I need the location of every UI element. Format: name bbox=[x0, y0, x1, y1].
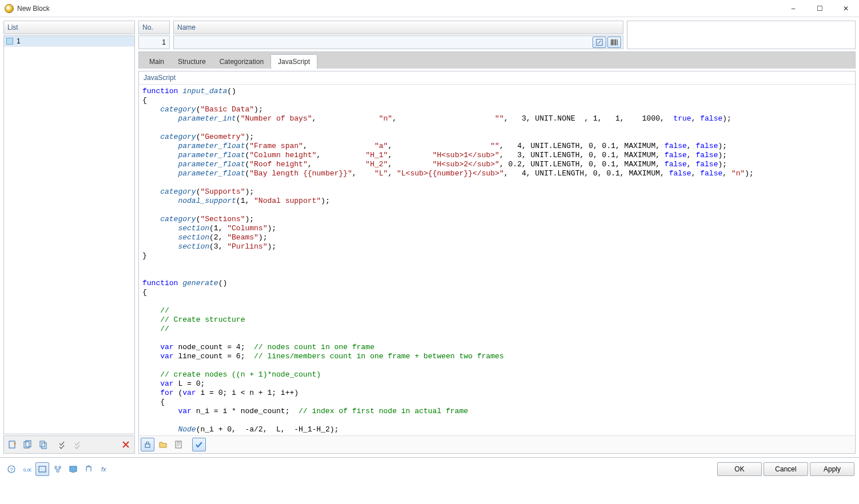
tree-button[interactable] bbox=[51, 462, 65, 476]
titlebar: New Block – ☐ ✕ bbox=[0, 0, 859, 17]
app-icon bbox=[5, 4, 14, 13]
close-button[interactable]: ✕ bbox=[833, 0, 859, 17]
validate-button[interactable] bbox=[192, 438, 206, 451]
list-row-label: 1 bbox=[17, 37, 21, 45]
bottom-bar: ? 0,00 fx OK Cancel Apply bbox=[0, 457, 859, 480]
open-file-button[interactable] bbox=[156, 438, 170, 451]
save-file-button[interactable] bbox=[172, 438, 185, 451]
svg-rect-6 bbox=[145, 444, 150, 447]
svg-rect-13 bbox=[71, 472, 75, 473]
check-all-button[interactable] bbox=[56, 438, 70, 451]
minimize-button[interactable]: – bbox=[780, 0, 806, 17]
list-row-color-icon bbox=[6, 38, 13, 45]
window-title: New Block bbox=[17, 5, 780, 13]
view-button[interactable] bbox=[35, 462, 49, 476]
help-button[interactable]: ? bbox=[5, 462, 18, 476]
tab-main[interactable]: Main bbox=[142, 55, 171, 69]
lock-button[interactable] bbox=[141, 438, 154, 451]
code-editor[interactable]: function input_data() { category("Basic … bbox=[139, 85, 855, 435]
tab-structure[interactable]: Structure bbox=[171, 55, 213, 69]
tab-javascript[interactable]: JavaScript bbox=[271, 54, 317, 69]
svg-rect-12 bbox=[70, 466, 77, 471]
editor-subheading: JavaScript bbox=[139, 71, 855, 85]
cancel-button[interactable]: Cancel bbox=[763, 462, 808, 476]
new-button[interactable] bbox=[6, 438, 19, 451]
name-field-label: Name bbox=[173, 21, 623, 34]
model-button[interactable] bbox=[82, 462, 96, 476]
no-field-label: No. bbox=[138, 21, 170, 34]
list-row[interactable]: 1 bbox=[4, 36, 134, 47]
svg-rect-11 bbox=[39, 466, 46, 472]
uncheck-all-button[interactable] bbox=[71, 438, 85, 451]
preview-thumbnail bbox=[627, 21, 856, 49]
left-toolbar bbox=[3, 435, 135, 454]
svg-rect-0 bbox=[9, 441, 15, 448]
no-field[interactable]: 1 bbox=[138, 35, 170, 49]
svg-rect-4 bbox=[42, 443, 46, 449]
delete-button[interactable] bbox=[119, 438, 133, 451]
tabs: Main Structure Categorization JavaScript bbox=[138, 51, 856, 69]
code-scroll[interactable]: function input_data() { category("Basic … bbox=[139, 85, 855, 435]
maximize-button[interactable]: ☐ bbox=[806, 0, 833, 17]
preview-button[interactable] bbox=[66, 462, 80, 476]
list-header: List bbox=[3, 21, 135, 34]
svg-rect-3 bbox=[40, 441, 45, 447]
editor-toolbar bbox=[139, 435, 855, 453]
name-field[interactable] bbox=[173, 35, 623, 49]
list-body[interactable]: 1 bbox=[3, 35, 135, 434]
copy-button[interactable] bbox=[37, 438, 50, 451]
apply-button[interactable]: Apply bbox=[810, 462, 854, 476]
ok-button[interactable]: OK bbox=[717, 462, 762, 476]
barcode-button[interactable] bbox=[607, 37, 621, 48]
new-from-template-button[interactable] bbox=[21, 438, 35, 451]
function-button[interactable]: fx bbox=[97, 462, 111, 476]
svg-text:?: ? bbox=[10, 467, 13, 473]
units-button[interactable]: 0,00 bbox=[20, 462, 34, 476]
svg-text:fx: fx bbox=[101, 466, 106, 473]
svg-text:0,00: 0,00 bbox=[23, 467, 31, 473]
edit-name-button[interactable] bbox=[592, 37, 606, 48]
tab-categorization[interactable]: Categorization bbox=[213, 55, 271, 69]
